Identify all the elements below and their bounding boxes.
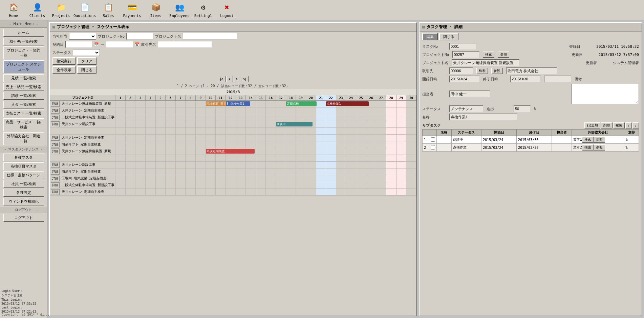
sidebar-btn-clients[interactable]: 取引先 一覧/検索 [3,38,44,45]
task-edit-button[interactable]: 編集 [422,33,438,40]
sidebar-btn-masters[interactable]: 各種マスタ [3,154,44,161]
task-close-button[interactable]: 閉じる [439,33,458,40]
status-select[interactable] [73,49,100,56]
sidebar-btn-payment[interactable]: 入金 一覧/検索 [3,101,44,108]
sidebar-btn-products[interactable]: 商品・サービス 一覧/検索 [3,118,44,131]
client-ref-btn[interactable]: 参照 [491,68,503,74]
nav-employees[interactable]: 👥 Employees [168,0,191,20]
subtask-company-ref-btn[interactable]: 参照 [594,144,605,151]
end-datetime-input[interactable] [510,76,541,82]
subtask-company-ref-btn[interactable]: 参照 [594,137,605,143]
calendar-icon1[interactable]: 📅 [94,42,99,47]
status-input[interactable] [449,105,483,112]
gantt-detail-btn[interactable]: 詳細 [51,148,60,154]
sidebar-btn-invoice[interactable]: 請求 一覧/検索 [3,92,44,100]
sidebar-btn-home[interactable]: ホーム [3,29,44,37]
all-button[interactable]: 全件表示 [52,66,76,74]
prev-page-button[interactable]: < [226,76,233,82]
client-no-input[interactable] [449,67,473,74]
gantt-detail-btn[interactable]: 詳細 [51,135,60,141]
gantt-detail-btn[interactable]: 詳細 [51,182,60,188]
task-no-input[interactable] [449,43,476,50]
contract-date-to[interactable] [106,41,133,48]
subtask-company-search-btn[interactable]: 検索 [582,144,594,151]
sidebar-btn-cost[interactable]: 支払コスト 一覧/検索 [3,110,44,117]
gantt-row-name: 天井クレーン 定期自主検査 [60,190,104,194]
subtask-add-btn[interactable]: 行)追加 [584,122,600,128]
calendar-icon2[interactable]: 📅 [135,42,139,47]
gantt-detail-btn[interactable]: 詳細 [51,142,60,147]
nav-clients[interactable]: 👤 Clients [25,0,49,20]
clear-button[interactable]: クリア [77,57,96,65]
sidebar-btn-logout[interactable]: ログアウト [3,214,44,222]
sidebar-btn-window-init[interactable]: ウィンドウ初期化 [3,198,44,205]
project-close-button[interactable]: 閉じる [77,66,96,74]
project-no-input[interactable] [126,33,153,40]
subtask-copy-btn[interactable]: 複製 [613,122,625,128]
gantt-detail-btn[interactable]: 詳細 [51,108,60,114]
task-name-input[interactable] [449,114,517,120]
gantt-detail-btn[interactable]: 詳細 [51,115,60,120]
sidebar-btn-project-schedule[interactable]: プロジェクト スケジュール [3,60,44,73]
gantt-day-cell [356,128,366,135]
gantt-day-10: 10 [206,95,216,101]
last-page-button[interactable]: >| [241,76,248,82]
first-page-button[interactable]: |< [218,76,225,82]
subtask-up-btn[interactable]: ↑ [625,122,632,128]
gantt-detail-btn[interactable]: 詳細 [51,176,60,181]
company-select[interactable] [69,33,96,40]
nav-projects[interactable]: 📁 Projects [49,0,73,20]
nav-logout[interactable]: ✖ Logout [215,0,239,20]
gantt-day-cell [175,182,186,189]
sidebar-btn-settings[interactable]: 各種設定 [3,189,44,197]
subtask-company-search-btn[interactable]: 検索 [582,137,594,143]
end-time-input[interactable] [544,76,571,82]
nav-sales[interactable]: 📋 Sales [96,0,120,20]
project-no-search-btn[interactable]: 検索 [483,52,494,58]
sidebar-btn-inspection[interactable]: 点検項目マスタ [3,162,44,170]
gantt-year-month: 2015/3 [50,89,416,95]
gantt-day-cell [386,128,396,135]
subtask-col-progress: 進捗 [624,130,639,136]
search-button[interactable]: 検索実行 [52,57,76,65]
nav-quotations[interactable]: 📄 Quotations [73,0,96,20]
gantt-day-cell [166,148,176,155]
sidebar-btn-projects[interactable]: プロジェクト・契約一覧 [3,46,44,59]
gantt-detail-btn[interactable]: 詳細 [51,189,60,195]
sidebar-btn-staff[interactable]: 社員 一覧/検索 [3,180,44,188]
sidebar-btn-external[interactable]: 外部協力会社・調達 一覧 [3,132,44,145]
nav-payments[interactable]: 💳 Payments [120,0,144,20]
sidebar-btn-patterns[interactable]: 仕様・点検パターン [3,171,44,179]
project-name-input[interactable] [183,33,237,40]
subtask-delete-btn[interactable]: 削除 [601,122,613,128]
subtask-checkbox[interactable] [431,145,435,150]
sidebar-btn-estimates[interactable]: 見積 一覧/検索 [3,74,44,82]
client-input[interactable] [158,41,212,48]
subtask-checkbox[interactable] [431,137,435,142]
nav-setting1[interactable]: ⚙ Setting1 [191,0,215,20]
gantt-day-cell [326,141,336,148]
nav-home[interactable]: 🏠 Home [2,0,25,20]
gantt-detail-btn[interactable]: 詳細 [51,169,60,175]
gantt-day-cell [196,175,206,182]
sidebar-btn-sales[interactable]: 売上・納品 一覧/検索 [3,83,44,91]
project-no-input2[interactable] [452,51,479,58]
subtask-down-btn[interactable]: ↓ [632,122,639,128]
gantt-detail-btn[interactable]: 詳細 [51,162,60,168]
gantt-detail-btn[interactable]: 詳細 [51,121,60,127]
client-name-input[interactable] [506,67,557,74]
gantt-row-name: 天井クレーン無線操縦装置 新規 [60,149,111,153]
gantt-day-cell [145,182,155,189]
assignee-input[interactable] [449,91,490,97]
project-name-input2[interactable] [452,59,519,66]
gantt-detail-btn[interactable]: 詳細 [51,101,60,107]
project-no-ref-btn[interactable]: 参照 [498,52,509,58]
next-page-button[interactable]: > [234,76,240,82]
note-textarea[interactable] [571,84,639,104]
client-search-btn[interactable]: 検索 [476,68,488,74]
nav-items[interactable]: 📦 Items [144,0,168,20]
gantt-day-cell [125,141,135,148]
contract-date-from[interactable] [65,41,92,48]
progress-input[interactable] [514,105,531,112]
start-datetime-input[interactable] [449,76,480,82]
